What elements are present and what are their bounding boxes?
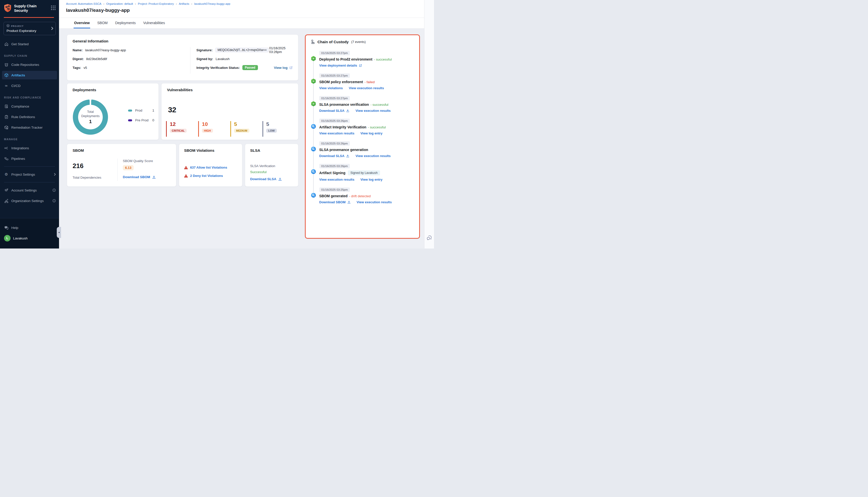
event-title: Artifact Signing [319, 171, 345, 175]
tab-vulnerabilities[interactable]: Vulnerabilities [143, 18, 165, 28]
view-execution-results-link[interactable]: View execution results [356, 154, 391, 158]
view-log-entry-link[interactable]: View log entry [360, 178, 382, 181]
sidebar-item-pipelines[interactable]: Pipelines [0, 154, 59, 163]
severity-row: 12 CRITICAL 10 HIGH 5 MEDIUM 5 LOW [166, 121, 294, 137]
user-menu[interactable]: L Lavakush [0, 234, 59, 242]
tab-sbom[interactable]: SBOM [97, 18, 108, 28]
download-slsa-link[interactable]: Download SLSA [319, 109, 349, 113]
external-link-icon [359, 64, 362, 67]
chain-of-custody-panel: Chain of Custody (7 events) ∞ 01/16/2025… [305, 34, 420, 239]
clipboard-check-icon [4, 115, 9, 119]
event-status: - successful [374, 58, 392, 61]
download-slsa-link[interactable]: Download SLSA [319, 154, 349, 158]
sidebar-item-organization-settings[interactable]: Organization Settings [0, 197, 59, 205]
avatar: L [4, 235, 11, 241]
pipeline-step-icon: ∞ [311, 101, 316, 106]
download-sbom-link[interactable]: Download SBOM [123, 175, 156, 179]
view-execution-results-link[interactable]: View execution results [349, 86, 384, 90]
card-title: Vulnerabilities [167, 88, 293, 92]
event-timestamp: 01/16/2025 03:25pm [319, 187, 350, 192]
section-manage: MANAGE [0, 138, 59, 141]
sidebar-item-account-settings[interactable]: Account Settings [0, 186, 59, 195]
event-timestamp: 01/16/2025 03:27pm [319, 73, 350, 78]
allow-list-violations-link[interactable]: 637 Allow list Violations [184, 166, 227, 169]
home-icon [4, 42, 9, 46]
chain-event: ∞ 01/16/2025 03:27pm SBOM policy enforce… [319, 73, 414, 90]
donut-value: 1 [89, 119, 92, 124]
project-name: Product Exploratory [6, 29, 49, 33]
download-icon [346, 109, 349, 112]
deployments-card: Deployments Total Deployments 1 Prod 1 P… [67, 83, 159, 140]
apps-grid-icon[interactable] [51, 5, 56, 10]
sidebar-collapse-handle[interactable]: ◀ [57, 227, 61, 238]
tags-row: Tags: v5 [73, 65, 190, 70]
sidebar-item-project-settings[interactable]: ⚙ Project Settings [0, 170, 59, 179]
sidebar-item-rule-definitions[interactable]: Rule Definitions [0, 113, 59, 121]
view-log-entry-link[interactable]: View log entry [360, 131, 382, 135]
sidebar-item-artifacts[interactable]: Artifacts [2, 71, 57, 80]
view-violations-link[interactable]: View violations [319, 86, 343, 90]
donut-label: Total Deployments [80, 110, 101, 118]
support-chat-icon[interactable] [426, 235, 433, 242]
breadcrumb-project[interactable]: Project: Product Exploratory [138, 2, 174, 5]
pipeline-step-icon: ∞ [311, 56, 316, 61]
sidebar-item-remediation-tracker[interactable]: Remediation Tracker [0, 123, 59, 132]
breadcrumb-artifacts[interactable]: Artifacts [179, 2, 189, 5]
signature-value[interactable]: MEQCICde2VjIT...bL+2+mqnOXw== [215, 47, 269, 53]
event-timestamp: 01/16/2025 03:27pm [319, 96, 350, 100]
page-header: Account: Automation-SSCA › Organization:… [59, 0, 424, 18]
download-slsa-link[interactable]: Download SLSA [250, 177, 282, 181]
event-status: - successful [371, 103, 388, 106]
sidebar-item-code-repositories[interactable]: Code Repositories [0, 60, 59, 69]
view-execution-results-link[interactable]: View execution results [356, 109, 391, 113]
pipeline-step-icon: ∞ [311, 79, 316, 84]
breadcrumb-organization[interactable]: Organization: default [106, 2, 133, 5]
sidebar-item-integrations[interactable]: Integrations [0, 144, 59, 152]
sidebar-header: Supply Chain Security [0, 0, 59, 17]
sidebar-item-compliance[interactable]: Compliance [0, 102, 59, 111]
download-sbom-link[interactable]: Download SBOM [319, 200, 351, 204]
vulnerabilities-card: Vulnerabilities 32 12 CRITICAL 10 HIGH 5… [161, 83, 299, 140]
sidebar-item-cicd[interactable]: ∞ CI/CD [0, 81, 59, 90]
sbom-quality-score: 6.13 [123, 165, 134, 170]
sbom-card: SBOM 216 Total Dependencies SBOM Quality… [67, 144, 176, 187]
digest-row: Digest: 8d23bd3b5d8f [73, 56, 190, 61]
event-timestamp: 01/16/2025 03:27pm [319, 51, 350, 55]
info-icon [53, 189, 56, 192]
slsa-card: SLSA SLSA Verification Successful Downlo… [245, 144, 299, 187]
breadcrumb-current[interactable]: lavakush07/easy-buggy-app [194, 2, 230, 5]
warning-icon [184, 166, 188, 169]
severity-medium: 5 MEDIUM [230, 121, 258, 137]
name-row: Name: lavakush07/easy-buggy-app [73, 47, 190, 53]
sidebar-item-get-started[interactable]: Get Started [0, 40, 59, 48]
signed-by-badge: Signed by Lavakush [348, 170, 380, 175]
event-title: SLSA provenance generation [319, 148, 368, 152]
svg-text:∞: ∞ [313, 102, 315, 105]
scan-step-icon [311, 124, 316, 129]
view-execution-results-link[interactable]: View execution results [319, 178, 355, 181]
infinity-icon: ∞ [4, 84, 9, 88]
event-timestamp: 01/16/2025 03:26pm [319, 141, 350, 146]
tab-deployments[interactable]: Deployments [115, 18, 136, 28]
event-status: - successful [368, 125, 386, 129]
view-execution-results-link[interactable]: View execution results [357, 200, 392, 204]
breadcrumb-account[interactable]: Account: Automation-SSCA [66, 2, 101, 5]
sbom-quality-label: SBOM Quality Score [123, 159, 153, 163]
view-deployment-details-link[interactable]: View deployment details [319, 63, 362, 67]
info-icon [53, 199, 56, 202]
chevron-right-icon [54, 173, 56, 176]
warning-icon [184, 174, 188, 178]
sidebar-item-help[interactable]: ? Help [0, 223, 59, 232]
events-count: (7 events) [351, 40, 366, 44]
deny-list-violations-link[interactable]: 2 Deny list Violations [184, 174, 223, 178]
project-selector[interactable]: PROJECT Product Exploratory [3, 22, 56, 35]
chain-event: ∞ 01/16/2025 03:27pm Deployed to Prod2 e… [319, 51, 414, 67]
signed-by-value: Lavakush [216, 57, 230, 61]
card-title: General Information [73, 39, 293, 43]
view-execution-results-link[interactable]: View execution results [319, 131, 355, 135]
event-title: SBOM policy enforcement [319, 80, 363, 84]
view-log-link[interactable]: View log [274, 66, 293, 70]
event-timestamp: 01/16/2025 03:26pm [319, 164, 350, 168]
document-search-icon [4, 104, 9, 109]
tab-overview[interactable]: Overview [74, 18, 90, 28]
